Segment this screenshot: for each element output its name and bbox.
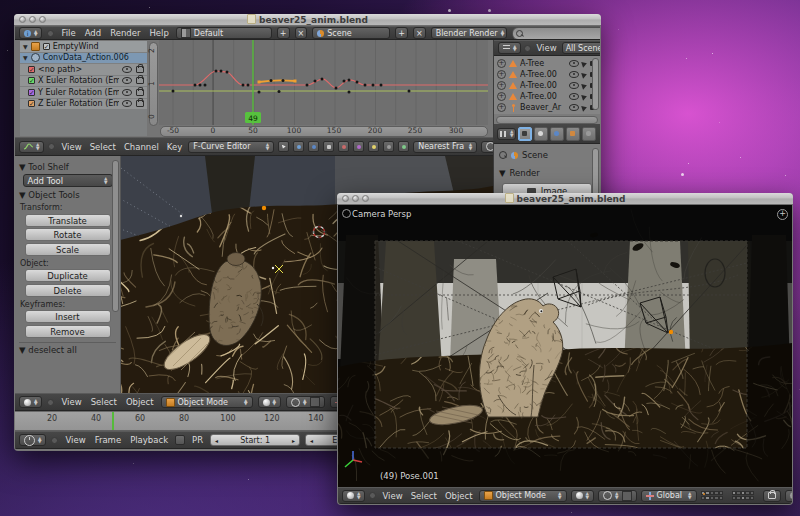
layers-grid[interactable] [701,491,728,501]
fcurve-graph-canvas[interactable]: 49 [159,40,488,125]
channel-visibility-icon[interactable] [122,66,132,73]
menu-render[interactable]: Render [108,28,142,38]
graph-horizontal-scrollbar[interactable]: -50 0 50 100 150 200 250 300 [159,125,488,137]
tree-trunk[interactable] [378,241,442,367]
menu-file[interactable]: File [59,28,77,38]
expand-icon[interactable]: ▼ [23,54,28,61]
lock-to-scene-button[interactable] [763,490,781,502]
channel-row-nopath[interactable]: ✓ <no path> [20,64,147,75]
expand-icon[interactable]: ▼ [23,43,28,50]
snap-mode-selector[interactable]: Nearest Fra▲▼ [413,141,477,153]
channel-visibility-icon[interactable] [122,89,132,96]
delete-button[interactable]: Delete [25,284,111,297]
editor-type-properties-button[interactable]: ▲▼ [497,128,516,140]
preview-range-checkbox[interactable] [175,435,185,445]
editor-type-info-button[interactable]: i▲▼ [19,27,42,39]
menu-select[interactable]: Select [88,142,118,152]
menu-view[interactable]: View [59,142,83,152]
menu-playback[interactable]: Playback [128,435,170,445]
graph-mode-selector[interactable]: F-Curve Editor▲▼ [188,141,274,153]
selectable-icon[interactable] [581,93,588,100]
outliner-item-tree[interactable]: +A-Tree [494,58,600,69]
filter-lamp-icon[interactable] [368,141,379,152]
front-window[interactable]: beaver25_anim.blend [337,193,793,505]
editor-type-3dview-button[interactable]: ▲▼ [342,490,365,502]
timeline-playhead[interactable] [112,412,114,430]
editor-type-3dview-button[interactable]: ▲▼ [19,396,42,408]
properties-tab-render[interactable] [518,127,532,141]
expand-icon[interactable]: + [497,59,506,68]
filter-material-icon[interactable] [338,141,349,152]
front-window-titlebar[interactable]: beaver25_anim.blend [337,193,793,205]
visibility-icon[interactable] [569,104,579,111]
channel-checkbox[interactable]: ✓ [43,43,50,50]
region-expand-icon[interactable]: + [777,209,788,220]
expand-icon[interactable]: + [497,103,506,112]
outliner-item-armature[interactable]: +Beaver_Ar [494,102,600,113]
scene-delete-button[interactable]: × [413,27,426,39]
proportional-edit-selector[interactable]: ▲▼ [785,490,793,502]
add-tool-dropdown[interactable]: Add Tool▲▼ [23,174,113,187]
scene-selector[interactable]: Scene [312,27,390,39]
selectable-icon[interactable] [581,60,588,67]
properties-tab-world[interactable] [550,127,564,141]
pivot-selector[interactable]: ▲▼ [286,396,324,408]
translate-button[interactable]: Translate [25,214,111,227]
channel-lock-icon[interactable] [136,66,144,73]
outliner-scrollbar[interactable] [592,58,599,110]
filter-armature-icon[interactable] [383,141,394,152]
menu-select[interactable]: Select [409,491,439,501]
filter-cursor-icon[interactable] [278,141,289,152]
mode-selector[interactable]: Object Mode▲▼ [479,490,567,502]
tool-shelf-title[interactable]: ▼ Tool Shelf [19,162,116,172]
visibility-icon[interactable] [569,60,579,67]
menu-view[interactable]: View [63,435,87,445]
channel-row-z-euler[interactable]: ✓ Z Euler Rotation (EmptyWi [20,99,147,110]
deselect-all-panel-header[interactable]: ▼ deselect all [19,342,116,355]
channel-visibility-icon[interactable] [122,77,132,84]
search-input[interactable] [512,27,600,40]
visibility-icon[interactable] [569,93,579,100]
editor-type-timeline-button[interactable]: ▲▼ [19,434,46,446]
outliner-filter-selector[interactable]: All Scenes [562,42,600,54]
scene-add-button[interactable]: + [395,27,408,39]
insert-keyframe-button[interactable]: Insert [25,310,111,323]
collapse-menus-icon[interactable] [524,45,531,52]
fcurve-x-rotation[interactable] [159,71,488,88]
layers-grid-secondary[interactable] [732,491,759,501]
tool-shelf-scrollbar[interactable] [112,160,119,312]
tree-trunk[interactable] [688,241,754,365]
mode-selector[interactable]: Object Mode▲▼ [161,396,253,408]
menu-add[interactable]: Add [83,28,103,38]
back-window-titlebar[interactable]: beaver25_anim.blend [14,14,601,26]
channel-row-x-euler[interactable]: ✓ X Euler Rotation (EmptyWi [20,76,147,87]
outliner-horizontal-scrollbar[interactable] [496,116,598,124]
render-panel-header[interactable]: ▼ Render [494,166,600,179]
collapse-menus-icon[interactable] [369,492,376,499]
outliner-item-tree[interactable]: +A-Tree.00 [494,91,600,102]
visibility-icon[interactable] [569,71,579,78]
menu-help[interactable]: Help [147,28,170,38]
screen-layout-selector[interactable]: Default [176,27,272,39]
expand-icon[interactable]: + [497,92,506,101]
screen-layout-add-button[interactable]: + [277,27,290,39]
filter-scene-icon[interactable] [293,141,304,152]
channel-row-y-euler[interactable]: ✓ Y Euler Rotation (EmptyWi [20,87,147,98]
remove-keyframe-button[interactable]: Remove [25,325,111,338]
transform-orientation-selector[interactable]: Global▲▼ [641,490,697,502]
pivot-selector[interactable]: ▲▼ [598,490,636,502]
properties-tab-object[interactable] [566,127,580,141]
channel-checkbox[interactable]: ✓ [28,77,35,84]
channel-visibility-icon[interactable] [122,100,132,107]
camera-viewport[interactable]: Camera Persp + (49) Pose.001 [338,205,792,487]
collapse-menus-icon[interactable] [47,30,54,37]
start-frame-field[interactable]: ◂Start: 1▸ [210,434,300,446]
filter-world-icon[interactable] [308,141,319,152]
collapse-menus-icon[interactable] [47,399,54,406]
shading-selector[interactable]: ▲▼ [571,490,594,502]
channel-checkbox[interactable]: ✓ [28,66,35,73]
channel-row-action[interactable]: ▼ ConvData_Action.006 [20,53,147,64]
properties-tab-scene[interactable] [534,127,548,141]
menu-channel[interactable]: Channel [122,142,161,152]
channel-lock-icon[interactable] [136,89,144,96]
